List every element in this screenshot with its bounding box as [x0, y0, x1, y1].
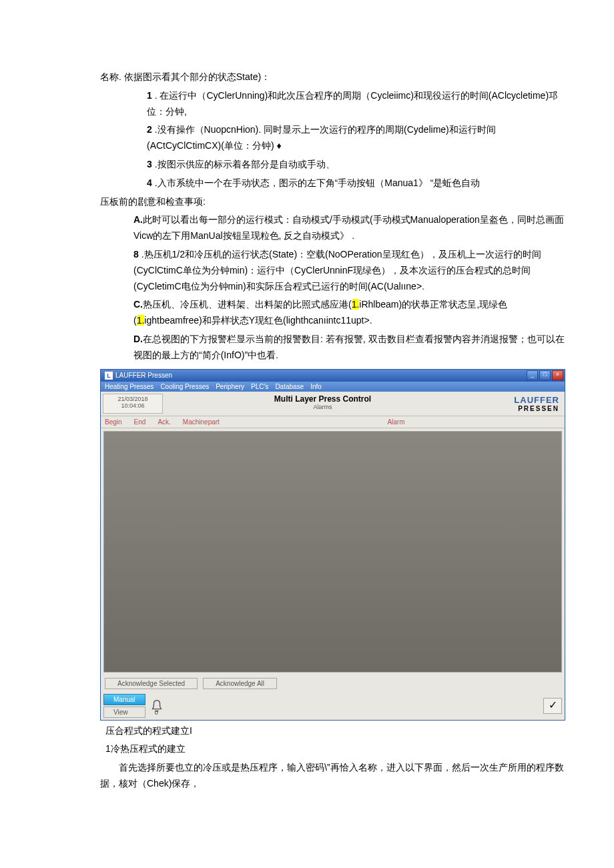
titlebar: L LAUFFER Pressen _ □ ×	[101, 370, 565, 382]
header-title: Multi Layer Press Control Alarms	[165, 392, 481, 416]
logo-line1: LAUFFER	[486, 395, 559, 405]
followup-line: 压板前的剧意和检查事项:	[47, 194, 567, 210]
logo-line2: PRESSEN	[486, 405, 559, 412]
app-window: L LAUFFER Pressen _ □ × Heating Presses …	[100, 369, 565, 721]
menu-periphery[interactable]: Periphery	[216, 383, 244, 390]
sub-c: C.热压机、冷压机、进料架、出料架的比照式感应港(1.iRhlbeam)的状恭正…	[47, 297, 567, 329]
minimize-button[interactable]: _	[527, 370, 538, 380]
menu-database[interactable]: Database	[275, 383, 304, 390]
sub-8: 8 .热压机1/2和冷压机的运行状态(State)：空载(NoOPeration…	[47, 247, 567, 294]
menubar: Heating Presses Cooling Presses Peripher…	[101, 382, 565, 392]
time-text: 10:04:06	[106, 402, 160, 409]
sub-a-text: 此时可以看出每一部分的运行模式：自动模式/手动模武(手动模式Manualoper…	[133, 214, 564, 241]
after-line2: 1冷热压程式的建立	[47, 741, 567, 757]
num-2: 2	[147, 124, 152, 135]
num-3: 3	[147, 159, 152, 169]
highlight-1: 1.	[352, 299, 360, 310]
close-button[interactable]: ×	[552, 370, 563, 380]
sub-a-label: A.	[133, 214, 143, 225]
sub-c-mid2: ightbeamfree)和异样状态Y现红色(lighthcanıintc11u…	[144, 315, 372, 326]
text-4: .入市系统中一个在手动状态，图示的左下角“手动按钮（Manua1》 “是蚯色自动	[152, 177, 481, 188]
sub-d: D.在总视图的下方报警栏显示当前的报警数目: 若有报警, 双击数目栏查看报警内容…	[47, 332, 567, 364]
sub-c-label: C.	[133, 299, 143, 310]
ack-selected-button[interactable]: Acknowledge Selected	[105, 678, 198, 689]
bell-count: 0	[155, 709, 158, 716]
manual-button[interactable]: Manual	[103, 694, 145, 705]
sub-8-label: 8	[133, 249, 139, 260]
header-row: 21/03/2018 10:04:06 Multi Layer Press Co…	[101, 392, 565, 416]
app-icon: L	[105, 372, 113, 380]
col-begin[interactable]: Begin	[105, 418, 122, 426]
col-ack[interactable]: Ack.	[158, 418, 170, 426]
alarm-list-area[interactable]	[103, 431, 562, 673]
sub-d-text: 在总视图的下方报警栏显示当前的报警数目: 若有报警, 双击数目栏查看报警内容并消…	[133, 334, 565, 360]
datetime-box: 21/03/2018 10:04:06	[103, 394, 163, 414]
col-alarm[interactable]: Alarm	[387, 418, 404, 426]
menu-heating[interactable]: Heating Presses	[105, 383, 154, 390]
ack-all-button[interactable]: Acknowledge All	[203, 678, 277, 689]
list-item-1: 1 . 在运行中（CyClerUnning)和此次压合程序的周期（Cycleii…	[47, 88, 567, 120]
intro-line: 名称. 依据图示看其个部分的状态State)：	[47, 69, 567, 85]
highlight-2: 1.	[137, 315, 145, 326]
bell-icon[interactable]: 0	[149, 699, 164, 713]
after-line1: 压合程式的程式建立I	[47, 723, 567, 739]
list-item-2: 2 .没有操作（NuopcnHion). 同时显示上一次运行的程序的周期(Cyd…	[47, 122, 567, 154]
text-1: . 在运行中（CyClerUnning)和此次压合程序的周期（Cycleiimc…	[147, 90, 558, 117]
sub-c-pre: 热压机、冷压机、进料架、出料架的比照式感应港(	[143, 299, 352, 310]
list-item-3: 3 .按图示供应的标示着各部分是自动或手动、	[47, 157, 567, 173]
text-3: .按图示供应的标示着各部分是自动或手动、	[152, 159, 335, 169]
col-end[interactable]: End	[134, 418, 146, 426]
window-title: LAUFFER Pressen	[115, 372, 172, 379]
date-text: 21/03/2018	[106, 396, 160, 402]
window-buttons: _ □ ×	[527, 370, 563, 380]
col-machinepart[interactable]: Machinepart	[183, 418, 220, 426]
text-2: .没有操作（NuopcnHion). 同时显示上一次运行的程序的周期(Cydel…	[147, 124, 496, 151]
after-line3: 首先选择所要也立的冷压或是热压程序，输入密码\”再恰入名称，进入以下界面，然后一…	[47, 760, 567, 792]
num-4: 4	[147, 177, 152, 188]
columns-row: Begin End Ack. Machinepart Alarm	[101, 416, 565, 428]
confirm-button[interactable]: ✓	[543, 698, 562, 714]
logo: LAUFFER PRESSEN	[483, 394, 562, 414]
header-title-main: Multi Layer Press Control	[165, 394, 481, 404]
header-title-sub: Alarms	[165, 404, 481, 410]
sub-a: A.此时可以看出每一部分的运行模式：自动模式/手动模武(手动模式Manualop…	[47, 212, 567, 244]
bottom-row: Manual View 0 ✓	[101, 692, 565, 720]
ack-row: Acknowledge Selected Acknowledge All	[101, 675, 565, 692]
sub-8-text: .热压机1/2和冷压机的运行状态(State)：空载(NoOPeration呈现…	[133, 249, 541, 292]
num-1: 1	[147, 90, 152, 101]
menu-plcs[interactable]: PLC's	[251, 383, 268, 390]
list-item-4: 4 .入市系统中一个在手动状态，图示的左下角“手动按钮（Manua1》 “是蚯色…	[47, 175, 567, 191]
maximize-button[interactable]: □	[539, 370, 551, 380]
sub-d-label: D.	[133, 334, 143, 344]
view-button[interactable]: View	[103, 707, 145, 718]
menu-cooling[interactable]: Cooling Presses	[160, 383, 209, 390]
menu-info[interactable]: Info	[310, 383, 322, 390]
